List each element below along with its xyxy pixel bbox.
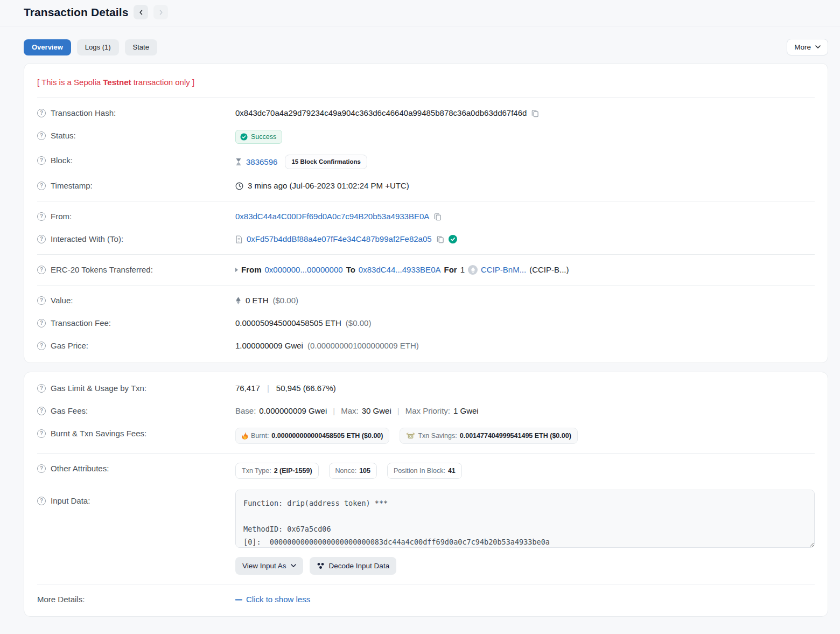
timestamp-label: Timestamp: (51, 180, 93, 192)
value-amount: 0 ETH (246, 295, 269, 306)
help-icon (37, 235, 46, 243)
decode-input-data-button[interactable]: Decode Input Data (310, 557, 397, 575)
nonce-badge: Nonce: 105 (329, 463, 377, 479)
money-wings-icon (406, 433, 415, 440)
transfer-from-address-link[interactable]: 0x000000...00000000 (265, 264, 343, 276)
timestamp-row: Timestamp: 3 mins ago (Jul-06-2023 01:02… (37, 175, 815, 197)
view-input-as-button[interactable]: View Input As (235, 557, 303, 575)
chevron-down-icon (815, 45, 821, 49)
value-usd: ($0.00) (273, 295, 299, 306)
help-icon (37, 384, 46, 393)
tabs-row: Overview Logs (1) State More (0, 26, 840, 55)
transfer-from-word: From (241, 264, 262, 276)
token-name-link[interactable]: CCIP-BnM... (481, 264, 526, 276)
transaction-hash-value: 0x843dc70a4a29d79234c49a904c363d6c46640a… (235, 107, 527, 119)
gas-price-label: Gas Price: (51, 340, 88, 352)
help-icon (37, 266, 46, 274)
contract-address-link[interactable]: 0xFd57b4ddBf88a4e07fF4e34C487b99af2Fe82a… (247, 233, 432, 245)
block-number-link[interactable]: 3836596 (246, 156, 277, 168)
input-data-row: Input Data: Function: drip(address token… (37, 484, 815, 580)
burnt-savings-row: Burnt & Txn Savings Fees: Burnt: 0.00000… (37, 422, 815, 449)
more-dropdown-button[interactable]: More (787, 39, 828, 55)
more-details-label: More Details: (37, 594, 85, 605)
other-attributes-row: Other Attributes: Txn Type: 2 (EIP-1559)… (37, 457, 815, 484)
tab-logs[interactable]: Logs (1) (77, 39, 119, 55)
tab-list: Overview Logs (1) State (24, 39, 157, 55)
copy-icon[interactable] (531, 109, 539, 117)
burnt-fee-badge: Burnt: 0.000000000000458505 ETH ($0.00) (235, 428, 389, 444)
position-in-block-label: Position In Block: (394, 467, 445, 475)
help-icon (37, 497, 46, 505)
transaction-fee-row: Transaction Fee: 0.000050945000458505 ET… (37, 312, 815, 335)
tab-overview[interactable]: Overview (24, 39, 71, 55)
input-data-textarea[interactable]: Function: drip(address token) *** Method… (235, 490, 815, 548)
nonce-value: 105 (359, 467, 370, 475)
decode-icon (317, 562, 325, 569)
position-in-block-badge: Position In Block: 41 (387, 463, 462, 479)
help-icon (37, 109, 46, 117)
show-less-link[interactable]: Click to show less (235, 594, 310, 605)
gas-fees-label: Gas Fees: (51, 405, 88, 417)
burnt-fee-label: Burnt: (251, 432, 269, 440)
other-attributes-label: Other Attributes: (51, 463, 109, 475)
copy-icon[interactable] (433, 213, 442, 221)
gas-limit-value: 76,417 (235, 382, 260, 394)
help-icon (37, 182, 46, 190)
value-label: Value: (51, 295, 73, 306)
max-priority-value: 1 Gwei (453, 405, 479, 417)
overview-card: [ This is a Sepolia Testnet transaction … (24, 63, 828, 363)
max-priority-label: Max Priority: (405, 405, 450, 417)
separator (330, 405, 338, 417)
txn-type-value: 2 (EIP-1559) (274, 467, 312, 475)
token-symbol: (CCIP-B...) (529, 264, 569, 276)
transfer-to-address-link[interactable]: 0x83dC44...4933BE0A (359, 264, 441, 276)
transaction-hash-row: Transaction Hash: 0x843dc70a4a29d79234c4… (37, 102, 815, 124)
gas-price-eth: (0.000000001000000009 ETH) (307, 340, 419, 352)
details-card: Gas Limit & Usage by Txn: 76,417 50,945 … (24, 372, 828, 617)
divider (37, 285, 815, 285)
help-icon (37, 156, 46, 165)
transfer-expand-caret-icon[interactable] (235, 268, 238, 272)
transaction-hash-label: Transaction Hash: (51, 107, 116, 119)
copy-icon[interactable] (436, 235, 444, 243)
erc20-transfers-row: ERC-20 Tokens Transferred: From 0x000000… (37, 259, 815, 281)
help-icon (37, 429, 46, 438)
divider (37, 254, 815, 255)
chevron-left-icon (138, 9, 144, 16)
from-address-link[interactable]: 0x83dC44a4C00DFf69d0A0c7c94B20b53a4933BE… (235, 211, 429, 222)
chevron-right-icon (158, 9, 164, 16)
testnet-notice-bold: Testnet (103, 78, 131, 87)
txn-savings-badge: Txn Savings: 0.001477404999541495 ETH ($… (400, 428, 577, 444)
interacted-with-row: Interacted With (To): 0xFd57b4ddBf88a4e0… (37, 228, 815, 250)
value-row: Value: 0 ETH ($0.00) (37, 289, 815, 312)
next-transaction-button[interactable] (153, 5, 168, 19)
verified-check-icon (449, 235, 457, 243)
status-badge-text: Success (251, 133, 276, 141)
help-icon (37, 464, 46, 473)
status-badge: Success (235, 130, 282, 144)
erc20-transfers-label: ERC-20 Tokens Transferred: (51, 264, 153, 276)
testnet-notice-suffix: transaction only ] (131, 78, 195, 87)
gas-usage-value: 50,945 (66.67%) (276, 382, 336, 394)
help-icon (37, 131, 46, 140)
help-icon (37, 319, 46, 328)
timestamp-value: 3 mins ago (Jul-06-2023 01:02:24 PM +UTC… (248, 180, 409, 192)
clock-icon (235, 182, 243, 190)
input-data-label: Input Data: (51, 495, 90, 507)
prev-transaction-button[interactable] (134, 5, 148, 19)
more-dropdown-label: More (794, 43, 811, 51)
token-icon (468, 265, 478, 275)
view-input-as-label: View Input As (242, 562, 286, 570)
page-header: Transaction Details (0, 0, 840, 26)
block-confirmations-badge: 15 Block Confirmations (285, 155, 367, 169)
show-less-text: Click to show less (246, 594, 310, 605)
testnet-notice: [ This is a Sepolia Testnet transaction … (37, 68, 815, 94)
interacted-with-label: Interacted With (To): (51, 233, 123, 245)
decode-input-data-label: Decode Input Data (329, 562, 390, 570)
txn-type-label: Txn Type: (242, 467, 271, 475)
tab-state[interactable]: State (125, 39, 157, 55)
help-icon (37, 407, 46, 415)
hourglass-icon (235, 158, 242, 166)
divider (37, 453, 815, 454)
gas-limit-label: Gas Limit & Usage by Txn: (51, 382, 146, 394)
